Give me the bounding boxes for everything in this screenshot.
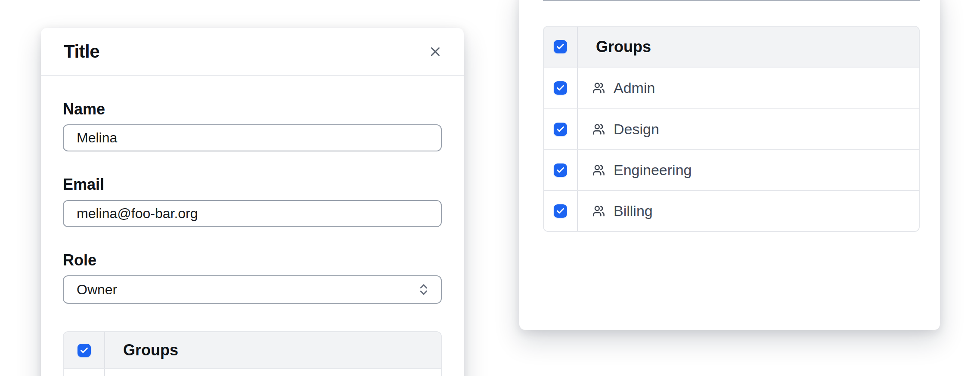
header-checkbox-cell (64, 332, 105, 368)
row-checkbox[interactable] (554, 123, 567, 136)
check-icon (556, 83, 565, 92)
groups-header-label: Groups (578, 27, 651, 67)
dialog-body: Name Email Role Owner Groups (41, 100, 464, 376)
row-label: Admin (614, 80, 655, 96)
x-icon (428, 44, 443, 59)
users-icon (592, 82, 605, 94)
row-content: Billing (578, 191, 653, 231)
users-icon (592, 205, 605, 217)
groups-panel: Groups Admin (519, 0, 940, 330)
header-checkbox-cell (544, 27, 578, 67)
role-label: Role (63, 251, 442, 269)
table-row-engineering[interactable]: Engineering (544, 149, 919, 190)
email-input[interactable] (63, 200, 442, 227)
check-icon (556, 166, 565, 175)
check-icon (556, 125, 565, 134)
check-icon (556, 42, 565, 51)
row-label: Design (614, 121, 659, 138)
row-label: Engineering (614, 162, 692, 179)
screen: Title Name Email Role Owner (0, 0, 980, 376)
check-icon (80, 346, 89, 355)
groups-table-header: Groups (544, 27, 919, 68)
name-label: Name (63, 100, 442, 118)
groups-table-header: Groups (64, 332, 441, 369)
name-input[interactable] (63, 124, 442, 151)
row-checkbox-cell (544, 109, 578, 149)
dialog-title: Title (64, 41, 99, 62)
chevrons-up-down-icon (417, 283, 431, 296)
row-checkbox[interactable] (554, 204, 567, 218)
row-checkbox-cell (64, 369, 105, 376)
row-label: Billing (614, 203, 653, 219)
users-icon (592, 164, 605, 176)
groups-table-full: Groups Admin (543, 26, 920, 232)
row-checkbox-cell (544, 150, 578, 190)
row-content: Design (578, 109, 659, 149)
row-checkbox[interactable] (554, 163, 567, 177)
select-all-checkbox[interactable] (78, 344, 91, 357)
row-checkbox-cell (544, 68, 578, 108)
role-select-value: Owner (77, 282, 117, 298)
check-icon (556, 206, 565, 216)
dialog-header: Title (41, 28, 464, 76)
table-row-billing[interactable]: Billing (544, 190, 919, 231)
row-content: Engineering (578, 150, 692, 190)
row-content: Admin (578, 68, 655, 108)
role-select[interactable]: Owner (63, 275, 442, 304)
table-row-admin[interactable]: Admin (544, 68, 919, 108)
table-row-design[interactable]: Design (544, 108, 919, 149)
row-content (105, 369, 120, 376)
row-checkbox[interactable] (554, 81, 567, 95)
close-button[interactable] (426, 42, 445, 61)
email-label: Email (63, 176, 442, 193)
row-checkbox-cell (544, 191, 578, 231)
groups-header-label: Groups (105, 332, 178, 368)
table-row-stub (64, 369, 441, 376)
groups-table: Groups (63, 331, 442, 376)
select-bottom-edge (543, 0, 920, 1)
user-dialog: Title Name Email Role Owner (41, 28, 464, 376)
users-icon (592, 123, 605, 136)
select-all-checkbox[interactable] (554, 40, 567, 53)
